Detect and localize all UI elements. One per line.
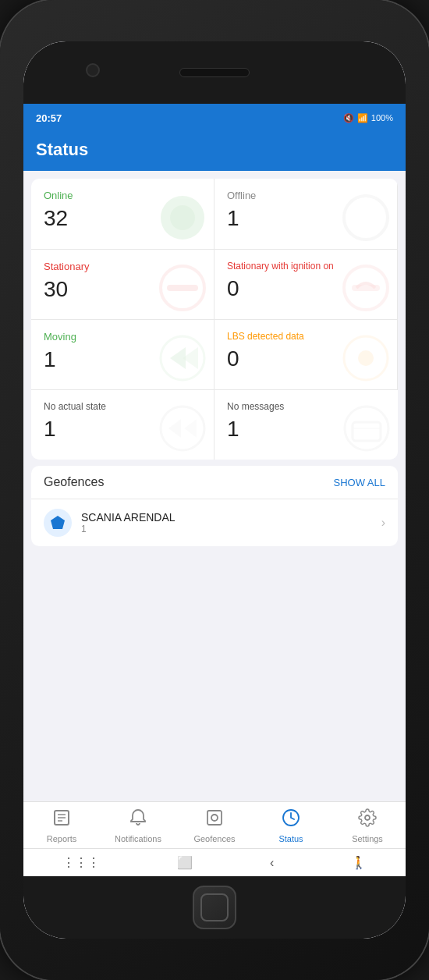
card-moving[interactable]: Moving 1 — [31, 319, 214, 389]
no-actual-icon — [158, 403, 207, 453]
nav-item-status[interactable]: Status — [268, 808, 314, 843]
status-nav-icon — [282, 808, 300, 832]
nav-label-notifications: Notifications — [115, 834, 161, 843]
svg-point-1 — [170, 205, 195, 230]
reports-icon — [52, 808, 71, 832]
geofences-section: Geofences SHOW ALL SCANIA ARENDAL 1 › — [31, 466, 398, 546]
svg-marker-14 — [184, 419, 197, 438]
app-header: Status — [23, 132, 406, 171]
status-cards-grid: Online 32 Offline 1 — [31, 179, 398, 460]
card-no-messages[interactable]: No messages 1 — [214, 389, 398, 460]
card-offline[interactable]: Offline 1 — [214, 179, 398, 249]
status-time: 20:57 — [36, 112, 62, 124]
system-menu-icon[interactable]: ⋮⋮⋮ — [62, 855, 100, 870]
pentagon-icon — [49, 514, 66, 531]
camera — [86, 63, 100, 77]
home-button-inner — [200, 893, 229, 921]
geofences-nav-icon — [205, 808, 224, 832]
card-stationary-ignition[interactable]: Stationary with ignition on 0 — [214, 249, 398, 319]
svg-point-12 — [161, 407, 204, 450]
bottom-nav: Reports Notifications Ge — [23, 801, 406, 848]
card-online[interactable]: Online 32 — [31, 179, 214, 249]
svg-marker-18 — [51, 516, 65, 529]
system-person-icon[interactable]: 🚶 — [351, 855, 367, 870]
svg-point-26 — [365, 815, 370, 820]
phone-frame: 20:57 🔇 📶 100% Status Online 32 — [0, 0, 429, 980]
svg-rect-6 — [352, 285, 380, 291]
phone-notch — [23, 41, 406, 104]
svg-point-2 — [344, 196, 388, 240]
system-back-icon[interactable]: ‹ — [270, 856, 274, 870]
system-home-icon[interactable]: ⬜ — [177, 855, 193, 870]
geofence-name: SCANIA ARENDAL — [81, 511, 372, 524]
no-messages-icon — [342, 403, 392, 453]
status-icons: 🔇 📶 100% — [343, 113, 393, 123]
system-bar: ⋮⋮⋮ ⬜ ‹ 🚶 — [23, 848, 406, 876]
nav-label-settings: Settings — [352, 834, 383, 843]
geofence-count: 1 — [81, 524, 372, 534]
nav-label-reports: Reports — [47, 834, 77, 843]
offline-icon — [341, 193, 391, 243]
svg-marker-13 — [168, 419, 181, 438]
card-lbs[interactable]: LBS detected data 0 — [214, 319, 398, 389]
card-stationary[interactable]: Stationary 30 — [31, 249, 214, 319]
battery-icon: 100% — [371, 113, 393, 123]
nav-item-notifications[interactable]: Notifications — [115, 808, 161, 843]
nav-label-status: Status — [278, 834, 303, 843]
phone-bottom — [23, 876, 406, 939]
svg-rect-16 — [353, 422, 381, 441]
moving-icon — [158, 333, 207, 383]
wifi-icon: 📶 — [357, 113, 368, 123]
geofence-icon — [44, 509, 72, 537]
geofence-arrow-icon: › — [381, 516, 385, 530]
mute-icon: 🔇 — [343, 113, 354, 123]
nav-label-geofences: Geofences — [193, 834, 235, 843]
online-icon — [158, 193, 207, 243]
status-bar: 20:57 🔇 📶 100% — [23, 104, 406, 132]
speaker — [179, 68, 250, 77]
status-cards-section: Online 32 Offline 1 — [31, 179, 398, 460]
stationary-ignition-icon — [341, 263, 391, 313]
bell-icon — [129, 808, 147, 832]
geofence-info: SCANIA ARENDAL 1 — [81, 511, 372, 534]
nav-item-reports[interactable]: Reports — [38, 808, 85, 843]
lbs-icon — [341, 333, 391, 383]
svg-rect-4 — [167, 285, 198, 291]
page-title: Status — [36, 140, 88, 159]
svg-point-11 — [358, 350, 374, 366]
main-content: Online 32 Offline 1 — [23, 171, 406, 801]
card-no-actual[interactable]: No actual state 1 — [31, 389, 214, 460]
geofences-title: Geofences — [44, 475, 104, 489]
geofence-item[interactable]: SCANIA ARENDAL 1 › — [31, 499, 398, 546]
settings-icon — [358, 808, 377, 832]
geofences-header: Geofences SHOW ALL — [31, 466, 398, 499]
nav-item-settings[interactable]: Settings — [344, 808, 391, 843]
svg-rect-23 — [207, 811, 222, 825]
svg-point-24 — [211, 815, 218, 821]
show-all-button[interactable]: SHOW ALL — [334, 477, 385, 488]
nav-item-geofences[interactable]: Geofences — [191, 808, 238, 843]
home-button[interactable] — [193, 886, 236, 929]
stationary-icon — [158, 263, 207, 313]
phone-screen: 20:57 🔇 📶 100% Status Online 32 — [23, 41, 406, 939]
